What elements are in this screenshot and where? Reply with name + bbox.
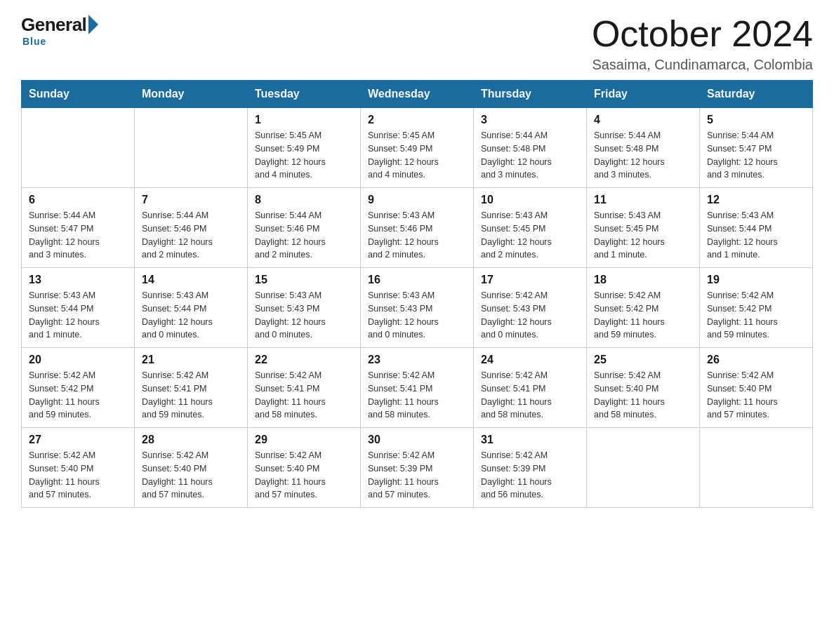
calendar-cell: [587, 428, 700, 508]
day-number: 10: [481, 194, 579, 206]
calendar-cell: 10Sunrise: 5:43 AMSunset: 5:45 PMDayligh…: [474, 188, 587, 268]
calendar-cell: 17Sunrise: 5:42 AMSunset: 5:43 PMDayligh…: [474, 268, 587, 348]
day-info: Sunrise: 5:43 AMSunset: 5:45 PMDaylight:…: [594, 209, 692, 262]
month-title: October 2024: [592, 14, 813, 54]
calendar-cell: 30Sunrise: 5:42 AMSunset: 5:39 PMDayligh…: [361, 428, 474, 508]
calendar-cell: 2Sunrise: 5:45 AMSunset: 5:49 PMDaylight…: [361, 108, 474, 188]
day-number: 23: [368, 354, 466, 366]
calendar-cell: 21Sunrise: 5:42 AMSunset: 5:41 PMDayligh…: [135, 348, 248, 428]
day-info: Sunrise: 5:44 AMSunset: 5:47 PMDaylight:…: [707, 129, 805, 182]
day-info: Sunrise: 5:42 AMSunset: 5:39 PMDaylight:…: [368, 449, 466, 502]
calendar-cell: [22, 108, 135, 188]
day-info: Sunrise: 5:44 AMSunset: 5:46 PMDaylight:…: [255, 209, 353, 262]
calendar-cell: 16Sunrise: 5:43 AMSunset: 5:43 PMDayligh…: [361, 268, 474, 348]
day-number: 24: [481, 354, 579, 366]
day-info: Sunrise: 5:42 AMSunset: 5:39 PMDaylight:…: [481, 449, 579, 502]
day-info: Sunrise: 5:42 AMSunset: 5:43 PMDaylight:…: [481, 289, 579, 342]
calendar-cell: 29Sunrise: 5:42 AMSunset: 5:40 PMDayligh…: [248, 428, 361, 508]
day-info: Sunrise: 5:42 AMSunset: 5:41 PMDaylight:…: [368, 369, 466, 422]
calendar-cell: 11Sunrise: 5:43 AMSunset: 5:45 PMDayligh…: [587, 188, 700, 268]
calendar-cell: 26Sunrise: 5:42 AMSunset: 5:40 PMDayligh…: [700, 348, 813, 428]
weekday-header-monday: Monday: [135, 81, 248, 108]
calendar-cell: 8Sunrise: 5:44 AMSunset: 5:46 PMDaylight…: [248, 188, 361, 268]
day-number: 13: [29, 274, 127, 286]
calendar-week-row: 27Sunrise: 5:42 AMSunset: 5:40 PMDayligh…: [22, 428, 813, 508]
day-number: 14: [142, 274, 240, 286]
day-info: Sunrise: 5:43 AMSunset: 5:44 PMDaylight:…: [142, 289, 240, 342]
calendar-cell: 27Sunrise: 5:42 AMSunset: 5:40 PMDayligh…: [22, 428, 135, 508]
day-info: Sunrise: 5:42 AMSunset: 5:42 PMDaylight:…: [29, 369, 127, 422]
day-number: 7: [142, 194, 240, 206]
day-info: Sunrise: 5:42 AMSunset: 5:41 PMDaylight:…: [255, 369, 353, 422]
day-number: 9: [368, 194, 466, 206]
day-info: Sunrise: 5:43 AMSunset: 5:44 PMDaylight:…: [29, 289, 127, 342]
calendar-cell: 20Sunrise: 5:42 AMSunset: 5:42 PMDayligh…: [22, 348, 135, 428]
calendar-cell: 28Sunrise: 5:42 AMSunset: 5:40 PMDayligh…: [135, 428, 248, 508]
day-number: 19: [707, 274, 805, 286]
day-info: Sunrise: 5:42 AMSunset: 5:41 PMDaylight:…: [142, 369, 240, 422]
day-number: 29: [255, 434, 353, 446]
day-number: 2: [368, 114, 466, 126]
calendar-week-row: 6Sunrise: 5:44 AMSunset: 5:47 PMDaylight…: [22, 188, 813, 268]
day-info: Sunrise: 5:42 AMSunset: 5:40 PMDaylight:…: [142, 449, 240, 502]
weekday-header-tuesday: Tuesday: [248, 81, 361, 108]
calendar-cell: 14Sunrise: 5:43 AMSunset: 5:44 PMDayligh…: [135, 268, 248, 348]
day-info: Sunrise: 5:42 AMSunset: 5:41 PMDaylight:…: [481, 369, 579, 422]
calendar-week-row: 13Sunrise: 5:43 AMSunset: 5:44 PMDayligh…: [22, 268, 813, 348]
day-number: 31: [481, 434, 579, 446]
logo-general-text: General: [21, 14, 86, 36]
weekday-header-friday: Friday: [587, 81, 700, 108]
day-info: Sunrise: 5:43 AMSunset: 5:43 PMDaylight:…: [368, 289, 466, 342]
day-number: 20: [29, 354, 127, 366]
location: Sasaima, Cundinamarca, Colombia: [592, 57, 813, 73]
calendar-cell: 3Sunrise: 5:44 AMSunset: 5:48 PMDaylight…: [474, 108, 587, 188]
day-info: Sunrise: 5:43 AMSunset: 5:45 PMDaylight:…: [481, 209, 579, 262]
calendar-table: SundayMondayTuesdayWednesdayThursdayFrid…: [21, 80, 813, 508]
calendar-week-row: 1Sunrise: 5:45 AMSunset: 5:49 PMDaylight…: [22, 108, 813, 188]
day-number: 15: [255, 274, 353, 286]
day-info: Sunrise: 5:42 AMSunset: 5:40 PMDaylight:…: [255, 449, 353, 502]
day-number: 3: [481, 114, 579, 126]
day-number: 8: [255, 194, 353, 206]
day-number: 17: [481, 274, 579, 286]
calendar-cell: 9Sunrise: 5:43 AMSunset: 5:46 PMDaylight…: [361, 188, 474, 268]
calendar-cell: 23Sunrise: 5:42 AMSunset: 5:41 PMDayligh…: [361, 348, 474, 428]
day-number: 25: [594, 354, 692, 366]
page-header: General Blue October 2024 Sasaima, Cundi…: [21, 14, 813, 73]
day-number: 28: [142, 434, 240, 446]
day-number: 6: [29, 194, 127, 206]
calendar-cell: 13Sunrise: 5:43 AMSunset: 5:44 PMDayligh…: [22, 268, 135, 348]
day-number: 21: [142, 354, 240, 366]
day-number: 16: [368, 274, 466, 286]
calendar-cell: 22Sunrise: 5:42 AMSunset: 5:41 PMDayligh…: [248, 348, 361, 428]
day-number: 5: [707, 114, 805, 126]
day-info: Sunrise: 5:43 AMSunset: 5:43 PMDaylight:…: [255, 289, 353, 342]
day-info: Sunrise: 5:42 AMSunset: 5:40 PMDaylight:…: [707, 369, 805, 422]
day-info: Sunrise: 5:45 AMSunset: 5:49 PMDaylight:…: [368, 129, 466, 182]
calendar-cell: [700, 428, 813, 508]
day-number: 18: [594, 274, 692, 286]
day-number: 26: [707, 354, 805, 366]
calendar-cell: 25Sunrise: 5:42 AMSunset: 5:40 PMDayligh…: [587, 348, 700, 428]
calendar-cell: 31Sunrise: 5:42 AMSunset: 5:39 PMDayligh…: [474, 428, 587, 508]
calendar-cell: 6Sunrise: 5:44 AMSunset: 5:47 PMDaylight…: [22, 188, 135, 268]
logo-top: General: [21, 14, 101, 36]
day-info: Sunrise: 5:45 AMSunset: 5:49 PMDaylight:…: [255, 129, 353, 182]
day-number: 11: [594, 194, 692, 206]
calendar-cell: 4Sunrise: 5:44 AMSunset: 5:48 PMDaylight…: [587, 108, 700, 188]
logo: General Blue: [21, 14, 101, 47]
calendar-header-row: SundayMondayTuesdayWednesdayThursdayFrid…: [22, 81, 813, 108]
day-number: 22: [255, 354, 353, 366]
logo-arrow-icon: [88, 15, 98, 34]
day-number: 4: [594, 114, 692, 126]
day-info: Sunrise: 5:43 AMSunset: 5:46 PMDaylight:…: [368, 209, 466, 262]
day-number: 30: [368, 434, 466, 446]
weekday-header-sunday: Sunday: [22, 81, 135, 108]
day-info: Sunrise: 5:42 AMSunset: 5:40 PMDaylight:…: [29, 449, 127, 502]
day-number: 12: [707, 194, 805, 206]
day-info: Sunrise: 5:42 AMSunset: 5:40 PMDaylight:…: [594, 369, 692, 422]
day-number: 27: [29, 434, 127, 446]
calendar-cell: 1Sunrise: 5:45 AMSunset: 5:49 PMDaylight…: [248, 108, 361, 188]
day-info: Sunrise: 5:42 AMSunset: 5:42 PMDaylight:…: [707, 289, 805, 342]
day-info: Sunrise: 5:44 AMSunset: 5:48 PMDaylight:…: [481, 129, 579, 182]
